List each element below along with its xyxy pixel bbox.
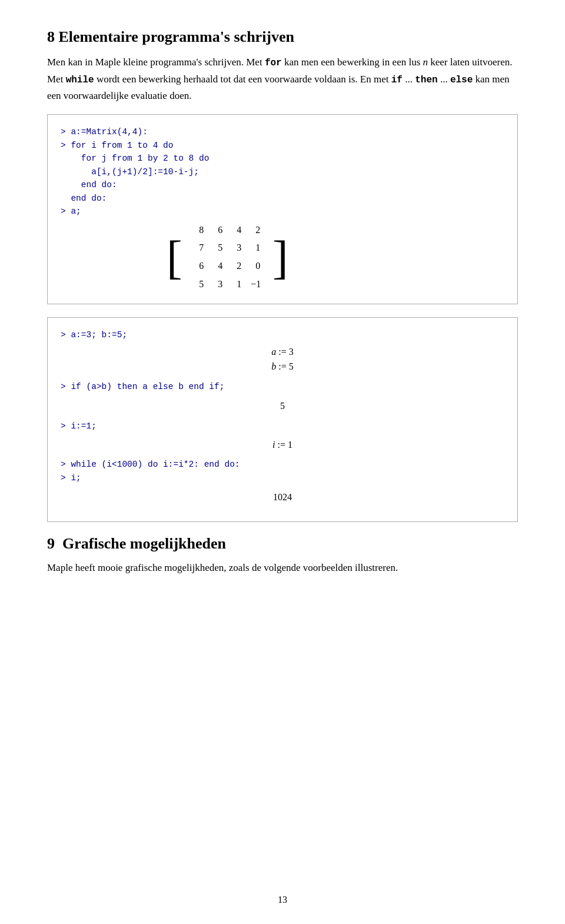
code-line-2: > for i from 1 to 4 do: [61, 139, 504, 152]
code-box-1: > a:=Matrix(4,4): > for i from 1 to 4 do…: [47, 114, 518, 304]
section9-title-text: Grafische mogelijkheden: [62, 535, 226, 552]
output-b: b := 5: [61, 360, 504, 374]
code-line-5: end do:: [61, 178, 504, 191]
code-line-3: for j from 1 by 2 to 8 do: [61, 152, 504, 165]
output-a: a := 3: [61, 345, 504, 360]
section9-paragraph: Maple heeft mooie grafische mogelijkhede…: [47, 560, 518, 576]
intro-text-1e: ...: [403, 74, 415, 85]
m-2-2: 2: [227, 258, 246, 275]
page-footer: 13: [0, 895, 565, 905]
code-ab: > a:=3; b:=5;: [61, 328, 504, 341]
m-1-1: 5: [208, 240, 227, 257]
intro-text-1d: wordt een bewerking herhaald tot dat een…: [94, 74, 391, 85]
if-keyword: if: [391, 75, 403, 85]
m-2-0: 6: [190, 258, 208, 275]
intro-paragraph: Men kan in Maple kleine programma's schr…: [47, 54, 518, 104]
m-0-2: 4: [227, 222, 246, 239]
section9-number: 9: [47, 535, 55, 552]
m-3-2: 1: [227, 276, 246, 293]
code-if: > if (a>b) then a else b end if;: [61, 380, 504, 393]
code-line-6: end do:: [61, 192, 504, 205]
code-while: > while (i<1000) do i:=i*2: end do:: [61, 458, 504, 471]
else-keyword: else: [450, 75, 473, 85]
while-keyword: while: [66, 75, 94, 85]
m-0-1: 6: [208, 222, 227, 239]
intro-text-1b: kan men een bewerking in een lus: [282, 56, 423, 68]
m-0-3: 2: [246, 222, 265, 239]
intro-text-1: Men kan in Maple kleine programma's schr…: [47, 56, 265, 68]
m-2-3: 0: [246, 258, 265, 275]
m-1-3: 1: [246, 240, 265, 257]
m-3-0: 5: [190, 276, 208, 293]
output-i: i := 1: [272, 440, 293, 450]
n-variable: n: [423, 56, 428, 68]
section8-heading: 8 Elementaire programma's schrijven: [47, 28, 518, 46]
code-i2: > i;: [61, 471, 504, 484]
for-keyword: for: [265, 58, 282, 68]
section8-title-text: Elementaire programma's schrijven: [59, 28, 295, 45]
m-0-0: 8: [190, 222, 208, 239]
intro-text-1f: ...: [438, 74, 450, 85]
code-line-1: > a:=Matrix(4,4):: [61, 125, 504, 138]
code-box-2: > a:=3; b:=5; a := 3 b := 5 > if (a>b) t…: [47, 317, 518, 522]
code-line-7: > a;: [61, 205, 504, 218]
bracket-left: [: [167, 234, 182, 281]
matrix-inner: 8 6 4 2 7 5 3 1 6 4 2 0 5 3 1 −1: [190, 222, 265, 293]
output-if: 5: [280, 401, 285, 411]
code-line-4: a[i,(j+1)/2]:=10-i-j;: [61, 165, 504, 178]
page-number: 13: [278, 895, 287, 905]
then-keyword: then: [415, 75, 437, 85]
section9-heading: 9 Grafische mogelijkheden: [47, 535, 518, 553]
matrix-output: [ 8 6 4 2 7 5 3 1 6 4 2 0 5 3 1 −1 ]: [167, 222, 288, 293]
m-1-0: 7: [190, 240, 208, 257]
output-1024: 1024: [273, 492, 292, 502]
m-3-1: 3: [208, 276, 227, 293]
m-3-3: −1: [246, 276, 265, 293]
section8-number: 8: [47, 28, 55, 45]
m-2-1: 4: [208, 258, 227, 275]
bracket-right: ]: [272, 234, 288, 281]
code-i: > i:=1;: [61, 420, 504, 433]
m-1-2: 3: [227, 240, 246, 257]
